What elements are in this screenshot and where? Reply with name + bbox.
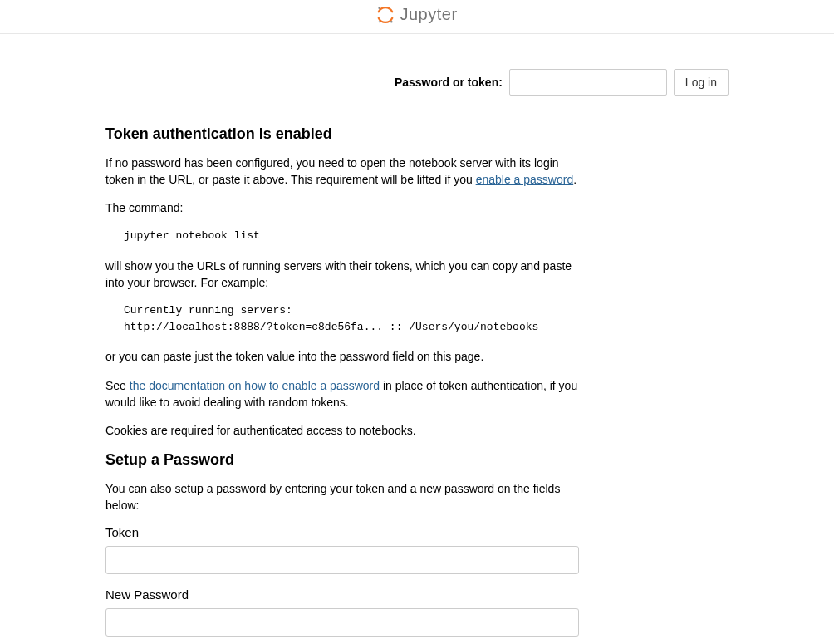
new-password-input[interactable] (105, 608, 579, 637)
logo-text: Jupyter (400, 5, 457, 24)
cookies-paragraph: Cookies are required for authenticated a… (105, 422, 579, 439)
auth-intro-paragraph: If no password has been configured, you … (105, 155, 579, 189)
svg-point-1 (391, 20, 394, 22)
enable-password-link[interactable]: enable a password (476, 173, 574, 186)
token-label: Token (105, 525, 579, 539)
paste-token-paragraph: or you can paste just the token value in… (105, 348, 579, 365)
password-token-label: Password or token: (395, 76, 503, 89)
svg-point-2 (379, 21, 380, 22)
login-bar: Password or token: Log in (105, 69, 729, 96)
jupyter-logo: Jupyter (376, 5, 457, 24)
new-password-field-group: New Password (105, 587, 579, 637)
jupyter-icon (376, 6, 395, 24)
see-docs-paragraph: See the documentation on how to enable a… (105, 377, 579, 411)
urls-paragraph: will show you the URLs of running server… (105, 258, 579, 292)
setup-desc: You can also setup a password by enterin… (105, 480, 579, 514)
setup-password-heading: Setup a Password (105, 451, 579, 469)
token-auth-heading: Token authentication is enabled (105, 125, 579, 143)
command-intro: The command: (105, 199, 579, 216)
command-list: jupyter notebook list (124, 228, 579, 244)
password-token-input[interactable] (509, 69, 667, 96)
token-field-group: Token (105, 525, 579, 574)
new-password-label: New Password (105, 587, 579, 602)
header: Jupyter (0, 0, 834, 34)
auth-intro-text-b: . (573, 173, 576, 186)
login-button[interactable]: Log in (674, 69, 729, 96)
command-example: Currently running servers: http://localh… (124, 302, 579, 335)
token-input[interactable] (105, 546, 579, 574)
see-docs-text-a: See (105, 379, 130, 392)
docs-password-link[interactable]: the documentation on how to enable a pas… (130, 379, 380, 392)
